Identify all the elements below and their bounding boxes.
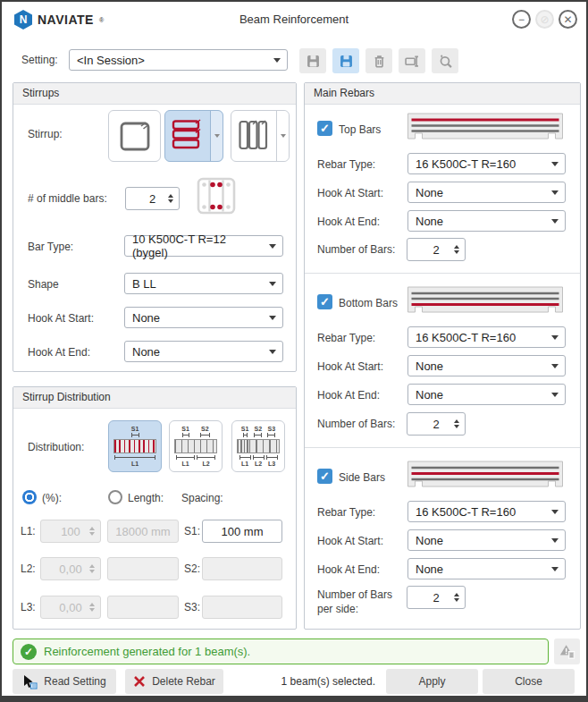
bottom-bars-beam-icon (407, 286, 564, 317)
stepper-arrows-icon (89, 603, 95, 612)
s2-label: S2: (184, 562, 200, 575)
status-message: Reinforcement generated for 1 beam(s). (44, 645, 250, 658)
side-number-of-bars-stepper[interactable]: 2 (407, 586, 466, 609)
vertical-stirrups-icon (234, 116, 273, 156)
l3-percent-value: 0,00 (59, 601, 81, 614)
window-title: Beam Reinforcement (2, 13, 586, 26)
shape-dropdown[interactable]: B LL (124, 273, 283, 294)
stirrup-vertical-dropdown[interactable] (276, 111, 289, 161)
side-rebar-type-label: Rebar Type: (317, 506, 375, 519)
apply-label: Apply (418, 675, 445, 688)
stirrup-option-closed[interactable] (108, 110, 161, 162)
bottom-rebar-type-dropdown[interactable]: 16 K500C-T R=160 (407, 326, 566, 348)
distribution-3zone-diagram: S1 S2 S3 L1 L2 L3 (237, 426, 280, 467)
delete-rebar-button[interactable]: Delete Rebar (125, 669, 223, 694)
top-hook-end-label: Hook At End: (317, 216, 380, 228)
setting-label: Setting: (21, 54, 58, 66)
spacing-tick-icon (200, 433, 210, 437)
s2-spacing-field (202, 557, 282, 580)
stepper-arrows-icon[interactable] (454, 245, 459, 254)
stepper-arrows-icon[interactable] (454, 593, 459, 602)
side-hook-start-dropdown[interactable]: None (407, 529, 566, 551)
close-dialog-button[interactable]: Close (483, 669, 575, 694)
stirrup-hatch-icon (237, 439, 280, 453)
chevron-down-icon (269, 282, 276, 286)
top-bars-label: Top Bars (339, 123, 381, 136)
minimize-button[interactable]: − (512, 10, 531, 29)
top-rebar-type-label: Rebar Type: (317, 158, 375, 171)
stepper-arrows-icon (89, 564, 95, 573)
side-bars-checkbox[interactable]: ✓ (317, 469, 332, 484)
chevron-down-icon (551, 364, 559, 368)
bottom-number-of-bars-value: 2 (433, 418, 439, 431)
top-hook-end-dropdown[interactable]: None (407, 210, 566, 232)
bottom-number-of-bars-label: Number of Bars: (317, 418, 395, 430)
stirrup-option-stacked[interactable] (164, 110, 223, 162)
s1-spacing-field[interactable]: 100 mm (202, 520, 282, 543)
close-button[interactable]: ✕ (559, 10, 577, 29)
delete-setting-button[interactable] (365, 48, 392, 73)
l2-length-field (107, 557, 179, 580)
maximize-button-disabled: ⊘ (535, 10, 554, 29)
distribution-option-3zone[interactable]: S1 S2 S3 L1 L2 L3 (231, 420, 285, 472)
stepper-arrows-icon[interactable] (168, 194, 173, 203)
bar-type-dropdown[interactable]: 10 K500C-T R=12 (bygel) (124, 235, 283, 257)
spacing-tick-icon (182, 433, 189, 437)
top-bars-beam-icon (407, 113, 564, 143)
warnings-button-disabled (554, 639, 580, 664)
bottom-hook-start-label: Hook At Start: (317, 360, 383, 373)
spacing-label: Spacing: (181, 492, 223, 504)
side-rebar-type-dropdown[interactable]: 16 K500C-T R=160 (407, 501, 566, 522)
top-number-of-bars-stepper[interactable]: 2 (407, 238, 466, 261)
top-hook-end-value: None (416, 215, 443, 228)
bottom-hook-start-value: None (416, 359, 443, 373)
bottom-bars-checkbox[interactable]: ✓ (317, 294, 332, 309)
side-hook-start-value: None (416, 534, 443, 547)
save-setting-button[interactable] (299, 48, 326, 73)
status-message-box: ✓ Reinforcement generated for 1 beam(s). (13, 639, 549, 664)
middle-bars-stepper[interactable]: 2 (125, 187, 180, 210)
distribution-option-1zone[interactable]: S1 L1 (108, 420, 162, 472)
stirrup-hook-end-dropdown[interactable]: None (124, 341, 283, 362)
stirrup-hook-start-dropdown[interactable]: None (124, 307, 283, 328)
s1-mini-label: S1 (241, 426, 249, 432)
stepper-arrows-icon[interactable] (454, 419, 459, 428)
stirrup-hook-end-value: None (132, 345, 160, 359)
length-tick-icon (176, 455, 195, 460)
top-bars-checkbox[interactable]: ✓ (317, 121, 332, 136)
length-radio-label: Length: (128, 492, 164, 504)
stirrup-stacked-dropdown[interactable] (210, 111, 223, 161)
bottom-hook-start-dropdown[interactable]: None (407, 355, 566, 376)
stirrup-distribution-title: Stirrup Distribution (13, 387, 296, 409)
find-setting-button[interactable] (432, 48, 458, 73)
percent-radio[interactable] (22, 490, 37, 504)
length-tick-icon (114, 455, 155, 460)
top-hook-start-label: Hook At Start: (317, 187, 383, 199)
spacing-tick-icon (243, 433, 248, 437)
save-as-setting-button[interactable] (332, 48, 359, 73)
bottom-rebar-type-label: Rebar Type: (317, 332, 375, 344)
s1-mini-label: S1 (131, 426, 139, 432)
apply-button[interactable]: Apply (386, 669, 478, 694)
l1-percent-stepper: 100 (40, 520, 101, 543)
spacing-tick-icon (131, 433, 139, 437)
stepper-arrows-icon (89, 527, 95, 536)
setting-dropdown[interactable]: <In Session> (69, 49, 288, 71)
l2-mini-label: L2 (255, 461, 262, 467)
length-radio[interactable] (108, 490, 122, 504)
stirrup-distribution-group: Stirrup Distribution Distribution: S1 L1… (13, 386, 297, 630)
read-setting-button[interactable]: Read Setting (13, 669, 116, 694)
stirrups-group-title: Stirrups (13, 83, 296, 105)
l1-mini-label: L1 (131, 461, 139, 467)
side-hook-end-dropdown[interactable]: None (407, 558, 566, 579)
bottom-number-of-bars-stepper[interactable]: 2 (407, 412, 466, 436)
top-rebar-type-dropdown[interactable]: 16 K500C-T R=160 (407, 153, 566, 174)
bottom-hook-end-dropdown[interactable]: None (407, 384, 566, 405)
search-icon (439, 55, 452, 68)
length-tick-icon (266, 455, 278, 460)
rename-setting-button[interactable] (399, 48, 425, 73)
stirrup-option-vertical[interactable] (231, 110, 290, 162)
shape-label: Shape (28, 278, 59, 291)
distribution-option-2zone[interactable]: S1 S2 L1 L2 (169, 420, 223, 472)
top-hook-start-dropdown[interactable]: None (407, 182, 566, 203)
